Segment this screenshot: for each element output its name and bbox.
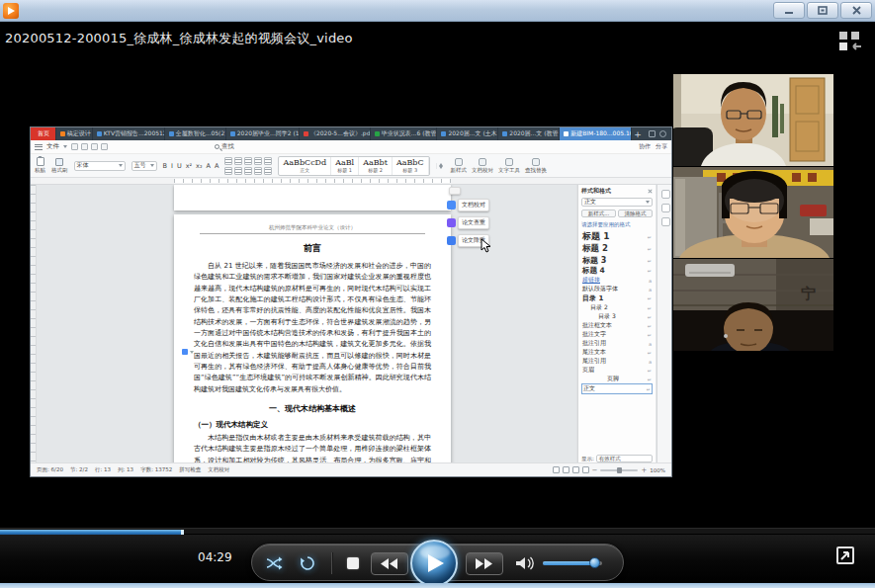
wps-document-tab[interactable]: 首页 bbox=[31, 127, 56, 140]
style-list-item[interactable]: 目录 3 ↵ bbox=[581, 312, 653, 321]
style-gallery-item[interactable]: AaBbt 标题 2 bbox=[359, 157, 393, 175]
style-list-item[interactable]: 页脚 ↵ bbox=[581, 375, 653, 383]
layout-collapse-icon[interactable] bbox=[837, 31, 863, 50]
float-tools-collapse-handle[interactable] bbox=[449, 187, 461, 195]
view-mode-icon[interactable] bbox=[572, 466, 579, 473]
video-area[interactable]: 20200512-200015_徐成林_徐成林发起的视频会议_video 首页 bbox=[0, 22, 875, 528]
font-format-button[interactable]: U bbox=[177, 162, 182, 170]
switch-to-library-button[interactable] bbox=[836, 546, 854, 564]
align-left-icon[interactable] bbox=[224, 167, 232, 175]
close-button[interactable] bbox=[840, 2, 872, 19]
file-menu[interactable]: 文件 bbox=[46, 142, 59, 151]
account-icon[interactable] bbox=[659, 130, 666, 137]
ribbon-tool-button[interactable]: 文字工具 bbox=[498, 158, 520, 174]
next-button[interactable] bbox=[466, 552, 503, 575]
font-format-button[interactable]: x² bbox=[186, 162, 192, 170]
style-list-item[interactable]: 标题 3 ↵ bbox=[581, 255, 653, 266]
align-center-icon[interactable] bbox=[234, 167, 242, 175]
line-spacing-icon[interactable] bbox=[244, 167, 252, 175]
style-list-item[interactable]: 批注框文本 ↵ bbox=[581, 321, 653, 330]
stop-button[interactable] bbox=[347, 557, 359, 569]
indent-icon[interactable] bbox=[254, 157, 262, 165]
wps-document-tab[interactable]: 2020届毕业...同学2 (1) bbox=[226, 127, 300, 140]
wps-document-tab[interactable]: KTV营销报告...200512 bbox=[93, 127, 165, 140]
font-format-button[interactable]: x₂ bbox=[196, 162, 202, 170]
clear-format-icon[interactable] bbox=[264, 157, 272, 165]
horizontal-ruler[interactable] bbox=[31, 178, 671, 185]
shading-icon[interactable] bbox=[254, 167, 262, 175]
minimize-button[interactable] bbox=[773, 2, 805, 19]
style-gallery-item[interactable]: AaBl 标题 1 bbox=[331, 157, 359, 175]
floating-tool-button[interactable]: 文档校对 bbox=[447, 199, 489, 211]
font-format-button[interactable]: A bbox=[215, 162, 219, 170]
style-list-item[interactable]: 目录 1 ↵ bbox=[581, 294, 653, 303]
font-format-button[interactable]: B bbox=[163, 162, 167, 170]
style-list-item[interactable]: 目录 2 ↵ bbox=[581, 303, 653, 312]
wps-document-tab[interactable]: 2020届...文 (教管) bbox=[498, 127, 560, 140]
ribbon-tool-button[interactable]: 查找替换 bbox=[525, 158, 547, 174]
style-gallery-item[interactable]: AaBbCcDd 正文 bbox=[279, 157, 331, 175]
zoom-slider-knob[interactable] bbox=[617, 467, 622, 473]
style-list-item[interactable]: 默认段落字体 a bbox=[581, 285, 653, 294]
wps-document-tab[interactable]: 稿定设计 bbox=[56, 127, 93, 140]
undo-icon[interactable] bbox=[91, 143, 98, 150]
style-list-item[interactable]: 标题 4 ↵ bbox=[581, 266, 653, 276]
sidebar-tool-icon[interactable] bbox=[661, 217, 670, 226]
numbering-icon[interactable] bbox=[234, 157, 242, 165]
style-list-item[interactable]: 超链接 a bbox=[581, 276, 653, 285]
bullets-icon[interactable] bbox=[224, 157, 232, 165]
floating-tool-button[interactable]: 论文查重 bbox=[447, 216, 489, 229]
previous-button[interactable] bbox=[371, 552, 408, 575]
font-format-button[interactable]: I bbox=[171, 162, 173, 170]
view-mode-icon[interactable] bbox=[563, 466, 569, 473]
repeat-button[interactable] bbox=[300, 555, 315, 571]
wps-document-tab[interactable]: 全屋数智化...05(2) bbox=[165, 127, 226, 140]
wps-document-tab[interactable]: 《2020-5...会议》.pdf bbox=[300, 127, 371, 140]
font-size-select[interactable]: 五号 bbox=[131, 161, 157, 171]
font-name-select[interactable]: 宋体 bbox=[74, 161, 126, 171]
paste-button[interactable]: 粘贴 bbox=[35, 157, 45, 174]
outdent-icon[interactable] bbox=[244, 157, 252, 165]
save-icon[interactable] bbox=[71, 143, 78, 150]
seek-bar[interactable] bbox=[0, 528, 875, 535]
mute-button[interactable] bbox=[515, 555, 535, 571]
redo-icon[interactable] bbox=[101, 143, 108, 150]
document-page[interactable]: 杭州师范学院本科毕业论文（设计） 前言 自从 21 世纪以来，随着我国国民市场经… bbox=[174, 214, 451, 464]
document-canvas[interactable]: 杭州师范学院本科毕业论文（设计） 前言 自从 21 世纪以来，随着我国国民市场经… bbox=[38, 185, 569, 464]
view-mode-icon[interactable] bbox=[582, 466, 589, 473]
restore-button[interactable] bbox=[807, 2, 838, 19]
ribbon-tool-button[interactable]: 文档校对 bbox=[472, 158, 493, 174]
sidebar-tool-icon[interactable] bbox=[661, 190, 670, 199]
play-button[interactable] bbox=[410, 540, 458, 587]
style-list-item[interactable]: 尾注引用 a bbox=[581, 357, 653, 366]
volume-slider[interactable] bbox=[543, 561, 602, 565]
style-list-item[interactable]: 批注文字 ↵ bbox=[581, 330, 653, 339]
style-list-item[interactable]: 标题 2 ↵ bbox=[581, 243, 653, 255]
collab-share-button[interactable]: 协作 bbox=[639, 142, 651, 151]
style-list-item[interactable]: 正文 ↵ bbox=[581, 383, 653, 394]
style-list-item[interactable]: 标题 1 ↵ bbox=[581, 230, 653, 243]
volume-thumb[interactable] bbox=[589, 557, 600, 568]
panel-close-icon[interactable] bbox=[648, 189, 653, 194]
show-filter-select[interactable]: 有效样式 bbox=[596, 455, 653, 462]
ribbon-tool-button[interactable]: 新样式 bbox=[451, 158, 468, 174]
zoom-in-icon[interactable]: + bbox=[641, 467, 647, 473]
wps-document-tab[interactable]: 2020届...文 (土木) bbox=[437, 127, 498, 140]
print-icon[interactable] bbox=[81, 143, 88, 150]
zoom-out-icon[interactable]: − bbox=[592, 467, 598, 473]
format-painter-button[interactable]: 格式刷 bbox=[51, 158, 68, 174]
style-list-item[interactable]: 页眉 ↵ bbox=[581, 366, 653, 375]
new-style-button[interactable]: 新样式... bbox=[581, 210, 616, 217]
shuffle-button[interactable] bbox=[266, 555, 283, 571]
style-gallery-item[interactable]: AaBbC 标题 3 bbox=[393, 157, 429, 175]
font-format-button[interactable]: A bbox=[207, 162, 211, 170]
hamburger-icon[interactable] bbox=[35, 144, 43, 150]
wps-document-tab[interactable]: 新建BIM-180...005.10 bbox=[560, 127, 632, 140]
collab-share-button[interactable]: 分享 bbox=[656, 142, 667, 151]
tab-overview-icon[interactable] bbox=[649, 130, 656, 137]
border-icon[interactable] bbox=[264, 167, 272, 175]
current-style-select[interactable]: 正文 bbox=[581, 198, 653, 207]
style-list-item[interactable]: 尾注文本 ↵ bbox=[581, 348, 653, 357]
gallery-down-icon[interactable] bbox=[439, 166, 443, 169]
sidebar-tool-icon[interactable] bbox=[661, 204, 670, 212]
